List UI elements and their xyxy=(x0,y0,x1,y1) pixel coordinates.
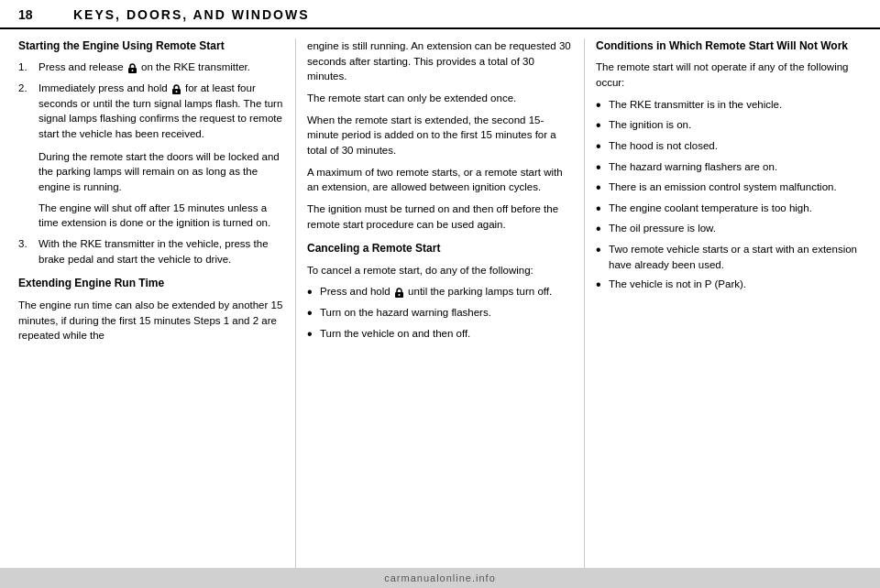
condition-8-text: Two remote vehicle starts or a start wit… xyxy=(609,242,862,272)
col2-para3: When the remote start is extended, the s… xyxy=(307,113,573,158)
condition-4-text: The hazard warning flashers are on. xyxy=(609,159,862,175)
bullet-c4: • xyxy=(596,159,609,176)
conditions-heading: Conditions in Which Remote Start Will No… xyxy=(596,38,862,54)
page-title: KEYS, DOORS, AND WINDOWS xyxy=(55,7,862,22)
sub-para-2: The engine will shut off after 15 minute… xyxy=(38,201,284,231)
lock-icon-3 xyxy=(393,287,405,299)
step-1: 1. Press and release on the RKE transmit… xyxy=(18,60,284,75)
step-3: 3. With the RKE transmitter in the vehic… xyxy=(18,236,284,267)
condition-8: • Two remote vehicle starts or a start w… xyxy=(596,242,862,272)
step-3-num: 3. xyxy=(18,236,38,267)
condition-3-text: The hood is not closed. xyxy=(609,138,862,154)
condition-2: • The ignition is on. xyxy=(596,117,862,134)
section2-heading: Extending Engine Run Time xyxy=(18,276,284,291)
condition-3: • The hood is not closed. xyxy=(596,138,862,155)
step-2-content: Immediately press and hold for at least … xyxy=(38,81,284,142)
lock-icon-2 xyxy=(170,83,182,95)
page-header: 18 KEYS, DOORS, AND WINDOWS xyxy=(0,0,880,29)
condition-5: • There is an emission control system ma… xyxy=(596,180,862,196)
condition-7: • The oil pressure is low. xyxy=(596,221,862,237)
step-3-content: With the RKE transmitter in the vehicle,… xyxy=(38,236,284,267)
cancel-bullet-2-content: Turn on the hazard warning flashers. xyxy=(320,305,573,321)
condition-1-text: The RKE transmitter is in the vehicle. xyxy=(609,97,862,113)
svg-point-3 xyxy=(175,91,177,93)
footer-bar: carmanualonline.info xyxy=(0,568,880,588)
bullet-c8: • xyxy=(596,242,609,258)
column-1: Starting the Engine Using Remote Start 1… xyxy=(18,38,296,568)
col2-para1: engine is still running. An extension ca… xyxy=(307,38,573,84)
col2-para2: The remote start can only be extended on… xyxy=(307,91,573,106)
bullet-c6: • xyxy=(596,201,609,217)
section1-heading: Starting the Engine Using Remote Start xyxy=(18,38,284,54)
column-3: Conditions in Which Remote Start Will No… xyxy=(585,38,862,568)
content-area: Starting the Engine Using Remote Start 1… xyxy=(0,29,880,568)
step-2: 2. Immediately press and hold for at lea… xyxy=(18,81,284,142)
cancel-bullet-1-content: Press and hold until the parking lamps t… xyxy=(320,284,573,299)
bullet-c3: • xyxy=(596,138,609,155)
bullet-icon-1: • xyxy=(307,284,320,300)
cancel-bullet-3: • Turn the vehicle on and then off. xyxy=(307,326,573,343)
condition-6-text: The engine coolant temperature is too hi… xyxy=(609,201,862,216)
bullet-c7: • xyxy=(596,221,609,237)
cancel-heading: Canceling a Remote Start xyxy=(307,241,573,256)
step3-list: 3. With the RKE transmitter in the vehic… xyxy=(18,236,284,267)
bullet-c2: • xyxy=(596,117,609,134)
svg-point-5 xyxy=(398,294,400,296)
conditions-intro: The remote start will not operate if any… xyxy=(596,60,862,90)
col2-para5: The ignition must be turned on and then … xyxy=(307,201,573,232)
sub-para-1: During the remote start the doors will b… xyxy=(38,149,284,195)
cancel-bullet-1: • Press and hold until the parking lamps… xyxy=(307,284,573,300)
bullet-icon-3: • xyxy=(307,326,320,343)
cancel-bullet-2: • Turn on the hazard warning flashers. xyxy=(307,305,573,321)
condition-9-text: The vehicle is not in P (Park). xyxy=(609,277,862,292)
svg-point-1 xyxy=(131,70,133,71)
conditions-bullets: • The RKE transmitter is in the vehicle.… xyxy=(596,97,862,293)
condition-1: • The RKE transmitter is in the vehicle. xyxy=(596,97,862,114)
cancel-bullet-3-content: Turn the vehicle on and then off. xyxy=(320,326,573,342)
col2-para4: A maximum of two remote starts, or a rem… xyxy=(307,165,573,195)
bullet-c9: • xyxy=(596,277,609,293)
step-1-content: Press and release on the RKE transmitter… xyxy=(38,60,284,75)
condition-7-text: The oil pressure is low. xyxy=(609,221,862,236)
bullet-c5: • xyxy=(596,180,609,196)
page-number: 18 xyxy=(18,7,55,22)
page-container: 18 KEYS, DOORS, AND WINDOWS Starting the… xyxy=(0,0,880,588)
cancel-intro: To cancel a remote start, do any of the … xyxy=(307,263,573,278)
steps-list: 1. Press and release on the RKE transmit… xyxy=(18,60,284,141)
condition-2-text: The ignition is on. xyxy=(609,117,862,133)
condition-4: • The hazard warning flashers are on. xyxy=(596,159,862,176)
section2-para: The engine run time can also be extended… xyxy=(18,298,284,343)
lock-icon-1 xyxy=(126,62,138,74)
bullet-c1: • xyxy=(596,97,609,114)
column-2: engine is still running. An extension ca… xyxy=(296,38,585,568)
cancel-bullets: • Press and hold until the parking lamps… xyxy=(307,284,573,342)
condition-9: • The vehicle is not in P (Park). xyxy=(596,277,862,293)
condition-5-text: There is an emission control system malf… xyxy=(609,180,862,195)
step-2-num: 2. xyxy=(18,81,38,142)
step-1-num: 1. xyxy=(18,60,38,75)
footer-text: carmanualonline.info xyxy=(384,572,496,583)
condition-6: • The engine coolant temperature is too … xyxy=(596,201,862,217)
bullet-icon-2: • xyxy=(307,305,320,321)
